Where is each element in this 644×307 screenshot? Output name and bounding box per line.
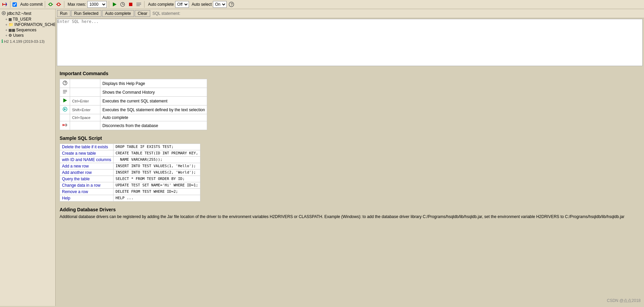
sep3 (64, 1, 64, 8)
main-layout: jdbc:h2:~/test + ▦ TB_USER + 📁 INFORMATI… (0, 9, 644, 306)
sample-link-6[interactable]: Change data in a row (60, 182, 114, 189)
connection-item[interactable]: jdbc:h2:~/test (1, 10, 55, 17)
help-toolbar-icon[interactable]: ? (228, 1, 235, 8)
sample-code-3: INSERT INTO TEST VALUES(1, 'Hello'); (114, 163, 200, 170)
sample-sql-title: Sample SQL Script (60, 135, 640, 141)
sequences-label: Sequences (16, 28, 36, 32)
svg-point-7 (57, 3, 60, 6)
history-cmd-icon-cell (60, 88, 70, 97)
run-button[interactable]: Run (57, 10, 70, 17)
expand-icon-3: + (5, 28, 7, 32)
sample-row-7: Remove a rowDELETE FROM TEST WHERE ID=2; (60, 189, 200, 195)
users-icon: ⚙ (8, 33, 12, 38)
sample-link-3[interactable]: Add a new row (60, 163, 114, 170)
svg-rect-26 (63, 93, 66, 93)
adding-drivers-text: Additional database drivers can be regis… (60, 214, 640, 219)
info-schema-label: INFORMATION_SCHEMA (14, 22, 56, 27)
sample-row-8: HelpHELP ... (60, 195, 200, 202)
command-row-help: ? Displays this Help Page (60, 79, 207, 88)
commands-table: ? Displays this Help Page Shows the Comm… (60, 79, 207, 130)
help-cmd-icon-cell: ? (60, 79, 70, 88)
svg-marker-29 (64, 108, 66, 110)
run-icon[interactable] (111, 1, 118, 8)
version-label: H2 1.4.199 (2019-03-13) (4, 39, 44, 43)
sample-link-0[interactable]: Delete the table if it exists (60, 144, 114, 150)
sample-row-6: Change data in a rowUPDATE TEST SET NAME… (60, 182, 200, 189)
history-desc-cell: Shows the Command History (100, 88, 207, 97)
command-row-autocomplete: Ctrl+Space Auto complete (60, 114, 207, 121)
svg-text:?: ? (64, 81, 66, 85)
commit-icon[interactable] (47, 1, 54, 8)
sidebar-item-tb-user[interactable]: + ▦ TB_USER (1, 17, 55, 22)
sample-link-2[interactable]: with ID and NAME columns (60, 157, 114, 163)
sql-editor[interactable] (57, 19, 643, 66)
sample-code-1: CREATE TABLE TEST(ID INT PRIMARY KEY, (114, 150, 200, 157)
sample-link-8[interactable]: Help (60, 195, 114, 202)
history-key-cell (70, 88, 100, 97)
stop-icon[interactable] (127, 1, 134, 8)
run-cmd-icon-cell (60, 97, 70, 105)
svg-rect-14 (129, 3, 132, 6)
expand-icon-2: + (5, 23, 7, 27)
autocommit-checkbox[interactable] (12, 2, 17, 7)
sep5 (144, 1, 144, 8)
history-icon[interactable] (119, 1, 126, 8)
clear-button[interactable]: Clear (135, 10, 151, 17)
content: Run Run Selected Auto complete Clear SQL… (56, 9, 644, 306)
sidebar-item-users[interactable]: + ⚙ Users (1, 33, 55, 38)
sequences-icon: ▦▦ (8, 28, 15, 32)
svg-rect-24 (63, 90, 67, 91)
help-content: Important Commands ? Displays this Help … (56, 67, 644, 306)
watermark: CSDN @点点2018 (607, 298, 641, 304)
info-icon: ℹ (1, 39, 3, 44)
runsel-desc-cell: Executes the SQL statement defined by th… (100, 105, 207, 114)
sidebar-item-sequences[interactable]: + ▦▦ Sequences (1, 27, 55, 33)
users-label: Users (13, 33, 24, 38)
rollback-icon[interactable] (55, 1, 62, 8)
sample-link-1[interactable]: Create a new table (60, 150, 114, 157)
sql-toolbar: Run Run Selected Auto complete Clear SQL… (56, 9, 644, 18)
sidebar-item-information-schema[interactable]: + 📁 INFORMATION_SCHEMA (1, 22, 55, 27)
tb-user-label: TB_USER (13, 17, 31, 22)
folder-icon: 📁 (8, 22, 13, 27)
help-desc-cell: Displays this Help Page (100, 79, 207, 88)
sample-link-4[interactable]: Add another row (60, 170, 114, 176)
sample-code-2: NAME VARCHAR(255)); (114, 157, 200, 163)
command-row-disconnect: Disconnects from the database (60, 121, 207, 130)
autocomplete-cmd-icon-cell (60, 114, 70, 121)
sep4 (109, 1, 109, 8)
autoselect-select[interactable]: On Off (213, 1, 227, 8)
sample-code-6: UPDATE TEST SET NAME='Hi' WHERE ID=1; (114, 182, 200, 189)
important-commands-title: Important Commands (60, 71, 640, 76)
autocomplete-select[interactable]: Off On (175, 1, 189, 8)
svg-rect-16 (136, 4, 141, 5)
sample-row-0: Delete the table if it existsDROP TABLE … (60, 144, 200, 150)
disconnect-icon[interactable] (1, 1, 8, 8)
runsel-key-cell: Shift+Enter (70, 105, 100, 114)
autocomplete-desc-cell: Auto complete (100, 114, 207, 121)
disconnect-desc-cell: Disconnects from the database (100, 121, 207, 130)
disconnect-key-cell (70, 121, 100, 130)
sample-code-7: DELETE FROM TEST WHERE ID=2; (114, 189, 200, 195)
expand-icon: + (5, 18, 7, 21)
autocommit-label: Auto commit (20, 2, 43, 7)
sample-code-4: INSERT INTO TEST VALUES(2, 'World'); (114, 170, 200, 176)
svg-line-32 (66, 124, 67, 125)
sample-link-5[interactable]: Query the table (60, 176, 114, 182)
run-selected-button[interactable]: Run Selected (71, 10, 101, 17)
svg-point-21 (3, 12, 4, 14)
runsel-cmd-icon-cell (60, 105, 70, 114)
command-row-runsel: Shift+Enter Executes the SQL statement d… (60, 105, 207, 114)
sample-row-1: Create a new tableCREATE TABLE TEST(ID I… (60, 150, 200, 157)
run-key-cell: Ctrl+Enter (70, 97, 100, 105)
autoselect-history-icon[interactable] (135, 1, 142, 8)
table-icon: ▦ (8, 17, 12, 22)
svg-rect-15 (136, 3, 141, 3)
maxrows-select[interactable]: 1000 100 10000 (87, 1, 107, 8)
help-key-cell (70, 79, 100, 88)
sample-link-7[interactable]: Remove a row (60, 189, 114, 195)
svg-rect-17 (136, 5, 140, 6)
top-toolbar: Auto commit Max rows: 1000 100 10000 Aut… (0, 0, 644, 9)
auto-complete-button[interactable]: Auto complete (102, 10, 134, 17)
svg-line-33 (66, 125, 67, 126)
